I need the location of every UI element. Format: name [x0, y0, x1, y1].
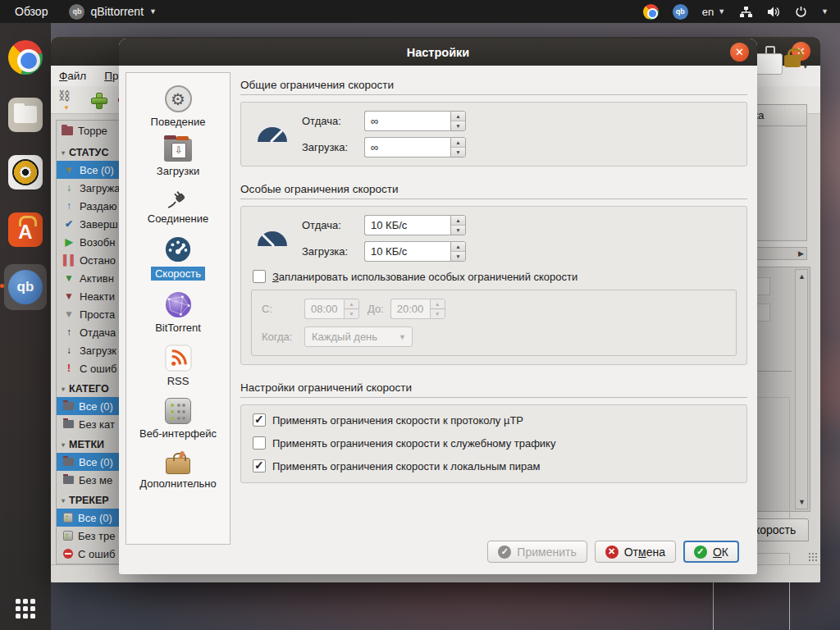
- spin-down-icon[interactable]: ▼: [451, 148, 465, 157]
- checkbox[interactable]: [253, 436, 266, 450]
- settings-tab-downloads[interactable]: Загрузки: [126, 135, 230, 182]
- alt-upload-spinbox[interactable]: 10 КБ/с ▲▼: [364, 215, 466, 235]
- spin-up-icon[interactable]: ▲: [451, 242, 465, 252]
- qbittorrent-icon: qb: [69, 4, 84, 20]
- top-panel: Обзор qb qBittorrent ▼ qb en ▼ ▼: [0, 0, 840, 23]
- when-dropdown: Каждый день ▼: [304, 326, 413, 347]
- spin-down-icon[interactable]: ▼: [451, 252, 465, 261]
- spin-up-icon[interactable]: ▲: [451, 138, 465, 148]
- settings-sidebar: ⚙ Поведение Загрузки Соединени: [126, 72, 231, 545]
- tracker-icon: [63, 513, 73, 523]
- category-icon: [63, 402, 74, 410]
- chrome-icon: [8, 40, 43, 75]
- global-download-spinbox[interactable]: ∞ ▲▼: [364, 137, 466, 158]
- chevron-down-icon: ▼: [149, 7, 157, 16]
- apply-button[interactable]: ✓ Применить: [487, 541, 587, 563]
- status-icon: ↑: [63, 200, 75, 212]
- keyboard-layout-indicator[interactable]: en ▼: [702, 6, 725, 18]
- apply-check-icon: ✓: [498, 546, 511, 559]
- dock-files[interactable]: [4, 92, 47, 138]
- lock-icon[interactable]: [784, 55, 801, 67]
- toolbox-icon: [166, 458, 190, 474]
- qbittorrent-icon: qb: [8, 270, 43, 304]
- dock-software[interactable]: A: [4, 207, 47, 253]
- collapse-icon: ▾: [62, 386, 65, 393]
- download-folder-icon: [164, 139, 192, 162]
- spin-down-icon[interactable]: ▼: [451, 121, 465, 130]
- settings-tab-behavior[interactable]: ⚙ Поведение: [126, 81, 230, 133]
- dock: A qb: [0, 23, 51, 630]
- upload-label: Отдача:: [302, 219, 364, 231]
- checkbox[interactable]: [253, 413, 266, 427]
- speedometer-icon: [256, 230, 289, 247]
- speedometer-icon: [164, 235, 192, 263]
- rate-setting-checkbox-row[interactable]: Применять ограничения скорости к служебн…: [253, 436, 737, 450]
- status-icon: ▌▌: [63, 254, 75, 266]
- add-torrent-icon[interactable]: [90, 92, 107, 108]
- spin-up-icon[interactable]: ▲: [451, 112, 465, 121]
- rhythmbox-icon: [8, 155, 43, 189]
- spin-up-icon: ▲: [345, 299, 358, 309]
- dialog-titlebar[interactable]: Настройки ✕: [119, 39, 757, 66]
- spin-down-icon: ▼: [345, 309, 358, 318]
- close-icon[interactable]: ✕: [730, 43, 749, 62]
- status-icon: ↑: [63, 326, 75, 338]
- cancel-x-icon: ✕: [605, 546, 619, 559]
- alt-download-spinbox[interactable]: 10 КБ/с ▲▼: [364, 241, 466, 262]
- to-label: До:: [368, 303, 384, 315]
- menu-edit[interactable]: Пр: [104, 70, 118, 82]
- power-icon[interactable]: [795, 6, 807, 18]
- settings-tab-rss[interactable]: RSS: [126, 340, 230, 392]
- download-label: Загрузка:: [302, 141, 364, 153]
- schedule-group-disabled: С: 08:00 ▲▼ До: 20:00 ▲▼ Когда:: [251, 290, 737, 356]
- dock-rhythmbox[interactable]: [4, 149, 47, 195]
- app-menu[interactable]: qb qBittorrent ▼: [69, 4, 157, 20]
- vertical-scrollbar[interactable]: [795, 269, 808, 509]
- rate-setting-checkbox-row[interactable]: Применять ограничения скорости к протоко…: [253, 413, 737, 427]
- settings-tab-webui[interactable]: Веб-интерфейс: [126, 394, 230, 445]
- settings-tab-bittorrent[interactable]: BitTorrent: [126, 287, 230, 339]
- add-torrent-link-icon[interactable]: [57, 91, 79, 109]
- webui-icon: [165, 398, 191, 424]
- status-icon: ▼: [63, 290, 75, 302]
- spin-up-icon[interactable]: ▲: [451, 216, 465, 226]
- network-icon[interactable]: [739, 6, 753, 18]
- checkbox[interactable]: [253, 270, 266, 283]
- section-title-rate-settings: Настройки ограничений скорости: [240, 377, 747, 398]
- plug-icon: [166, 188, 190, 209]
- files-icon: [8, 98, 43, 132]
- section-title-alt-limits: Особые ограничения скорости: [240, 178, 747, 199]
- category-icon: [63, 420, 74, 428]
- volume-icon[interactable]: [767, 6, 781, 18]
- spin-down-icon: ▼: [431, 309, 445, 318]
- global-upload-spinbox[interactable]: ∞ ▲▼: [364, 111, 466, 131]
- activities-button[interactable]: Обзор: [15, 5, 48, 18]
- spin-down-icon[interactable]: ▼: [451, 226, 465, 235]
- settings-tab-advanced[interactable]: Дополнительно: [126, 446, 230, 495]
- resize-grip[interactable]: [808, 552, 818, 562]
- status-icon: ▼: [63, 164, 75, 176]
- ubuntu-software-icon: A: [8, 212, 43, 247]
- settings-tab-speed[interactable]: Скорость: [126, 231, 230, 285]
- schedule-checkbox-row[interactable]: Запланировать использование особых огран…: [253, 270, 737, 283]
- cancel-button[interactable]: ✕ Отмена: [595, 541, 676, 563]
- menu-file[interactable]: Файл: [59, 70, 86, 82]
- tracker-icon: [63, 531, 73, 541]
- spin-up-icon: ▲: [431, 299, 445, 309]
- show-applications-button[interactable]: [16, 599, 35, 619]
- speedometer-icon: [256, 126, 289, 143]
- rate-setting-checkbox-row[interactable]: Применять ограничения скорости к локальн…: [253, 459, 737, 472]
- ok-button[interactable]: ✓ ОК: [683, 541, 739, 563]
- checkbox[interactable]: [253, 459, 266, 472]
- chevron-down-icon[interactable]: ▼: [821, 7, 829, 16]
- tag-icon: [63, 476, 74, 484]
- folder-icon: [62, 126, 73, 135]
- dock-chrome[interactable]: [4, 34, 47, 80]
- dock-qbittorrent[interactable]: qb: [4, 264, 47, 310]
- settings-tab-connection[interactable]: Соединение: [126, 184, 230, 230]
- rss-icon: [165, 345, 192, 372]
- status-icon: !: [63, 363, 75, 374]
- qbittorrent-tray-icon[interactable]: qb: [673, 4, 688, 20]
- status-icon: ✔: [63, 218, 75, 230]
- chrome-tray-icon[interactable]: [643, 4, 659, 20]
